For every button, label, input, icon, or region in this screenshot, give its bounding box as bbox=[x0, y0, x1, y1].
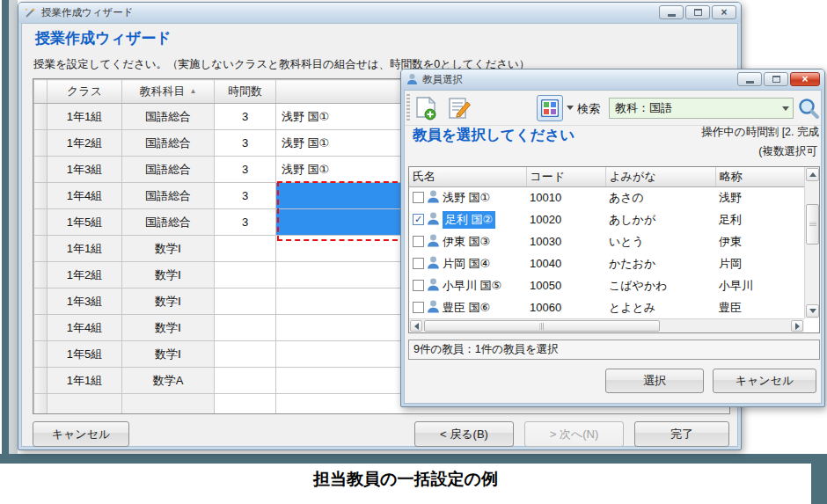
teacher-row[interactable]: 豊臣 国⑥ 10060とよとみ豊臣 bbox=[409, 296, 805, 318]
scroll-up-icon[interactable] bbox=[806, 168, 819, 181]
toolbar-gripper[interactable] bbox=[406, 94, 410, 122]
wizard-cancel-button[interactable]: キャンセル bbox=[33, 421, 129, 447]
vertical-scrollbar[interactable] bbox=[804, 167, 819, 318]
col-header-kana[interactable]: よみがな bbox=[605, 167, 715, 186]
restore-button[interactable] bbox=[685, 5, 710, 19]
scroll-left-icon[interactable] bbox=[410, 320, 422, 332]
wizard-back-button[interactable]: < 戻る(B) bbox=[414, 421, 514, 447]
dialog-toolbar: 検索 教科：国語 bbox=[405, 91, 821, 126]
wizard-next-button[interactable]: > 次へ(N) bbox=[524, 421, 624, 447]
teacher-row-selected[interactable]: ✓足利 国② 10020あしかが足利 bbox=[409, 208, 805, 230]
minimize-button[interactable] bbox=[659, 5, 684, 19]
teacher-select-dialog: 教員選択 × 検索 教 bbox=[400, 69, 825, 407]
hscroll-thumb[interactable] bbox=[424, 320, 660, 332]
view-mode-caret-icon[interactable] bbox=[567, 106, 574, 110]
dialog-status-bar: 9件の教員：1件の教員を選択 bbox=[408, 340, 820, 360]
teacher-list-header: 氏名 コード よみがな 略称 bbox=[409, 167, 805, 186]
dialog-minimize-button[interactable] bbox=[737, 72, 762, 86]
close-button[interactable]: × bbox=[712, 5, 736, 19]
teacher-row[interactable]: 伊東 国③ 10030いとう伊東 bbox=[409, 230, 805, 252]
sort-asc-icon: ▲ bbox=[190, 87, 197, 95]
active-timetable-label: 操作中の時間割 [2. 完成 bbox=[701, 125, 819, 140]
col-header-code[interactable]: コード bbox=[526, 167, 605, 186]
search-input[interactable]: 教科：国語 bbox=[609, 98, 794, 119]
person-icon bbox=[427, 299, 440, 317]
dialog-close-button[interactable]: × bbox=[790, 72, 820, 86]
multi-select-note: (複数選択可 bbox=[758, 144, 817, 159]
checkbox-unchecked[interactable] bbox=[413, 192, 424, 203]
horizontal-scrollbar[interactable] bbox=[409, 318, 804, 332]
view-mode-icon[interactable] bbox=[537, 95, 563, 121]
row-header-corner bbox=[34, 80, 48, 104]
dialog-prompt: 教員を選択してください bbox=[413, 126, 575, 145]
col-header-hours[interactable]: 時間数 bbox=[215, 80, 276, 104]
scroll-right-icon[interactable] bbox=[791, 320, 803, 332]
col-header-abbr[interactable]: 略称 bbox=[715, 167, 805, 186]
search-icon[interactable] bbox=[795, 93, 822, 123]
left-frame-strip-light bbox=[9, 0, 18, 454]
dialog-cancel-button[interactable]: キャンセル bbox=[713, 369, 816, 393]
wizard-heading: 授業作成ウィザード bbox=[35, 28, 172, 48]
add-new-icon[interactable] bbox=[411, 93, 441, 123]
col-header-name[interactable]: 氏名 bbox=[409, 167, 526, 186]
person-icon bbox=[427, 189, 440, 207]
bottom-frame-band bbox=[0, 454, 827, 464]
selected-name: 足利 国② bbox=[443, 211, 495, 229]
scroll-down-icon[interactable] bbox=[806, 304, 819, 318]
magic-wand-icon bbox=[24, 7, 37, 19]
person-icon bbox=[427, 277, 440, 295]
col-header-class[interactable]: クラス bbox=[48, 80, 122, 104]
wizard-window-title: 授業作成ウィザード bbox=[41, 6, 134, 19]
search-value: 教科：国語 bbox=[615, 100, 672, 116]
checkbox-checked[interactable]: ✓ bbox=[413, 214, 424, 225]
dialog-title: 教員選択 bbox=[422, 73, 463, 86]
checkbox-unchecked[interactable] bbox=[413, 236, 424, 247]
person-icon bbox=[427, 233, 440, 251]
teacher-row[interactable]: 浅野 国① 10010あさの浅野 bbox=[409, 186, 805, 208]
person-icon bbox=[427, 211, 440, 229]
select-button[interactable]: 選択 bbox=[605, 369, 704, 393]
wizard-titlebar[interactable]: 授業作成ウィザード × bbox=[18, 3, 741, 23]
figure-caption: 担当教員の一括設定の例 bbox=[0, 468, 811, 491]
teacher-list: 氏名 コード よみがな 略称 浅野 国① 10010あさの浅野 ✓足利 国② 1… bbox=[408, 166, 820, 333]
col-header-subject[interactable]: 教科科目▲ bbox=[122, 80, 215, 104]
search-label: 検索 bbox=[577, 101, 600, 117]
right-frame-column bbox=[811, 454, 827, 504]
left-frame-strip bbox=[2, 0, 9, 454]
teacher-row[interactable]: 片岡 国④ 10040かたおか片岡 bbox=[409, 252, 805, 274]
vscroll-thumb[interactable] bbox=[806, 204, 819, 245]
dialog-titlebar[interactable]: 教員選択 × bbox=[401, 69, 824, 90]
screenshot-stage: 授業作成ウィザード × 授業作成ウィザード 授業を設定してください。（実施しない… bbox=[0, 0, 827, 504]
teacher-row[interactable]: 小早川 国⑤ 10050こばやかわ小早川 bbox=[409, 274, 805, 296]
checkbox-unchecked[interactable] bbox=[413, 280, 424, 291]
wizard-finish-button[interactable]: 完了 bbox=[634, 421, 729, 447]
checkbox-unchecked[interactable] bbox=[413, 302, 424, 313]
dialog-restore-button[interactable] bbox=[764, 72, 788, 86]
person-icon bbox=[427, 255, 440, 273]
search-caret-icon[interactable] bbox=[782, 106, 789, 111]
edit-icon[interactable] bbox=[444, 93, 474, 123]
person-icon bbox=[406, 73, 418, 87]
checkbox-unchecked[interactable] bbox=[413, 258, 424, 269]
